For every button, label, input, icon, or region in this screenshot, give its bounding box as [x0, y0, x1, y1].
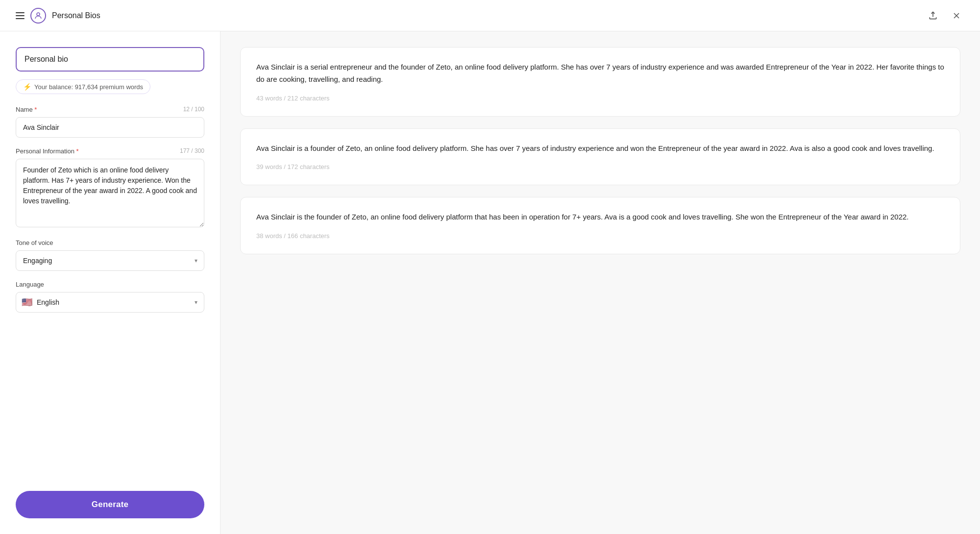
generate-btn-container: Generate — [0, 481, 220, 534]
result-meta-2: 39 words / 172 characters — [256, 163, 330, 170]
personal-info-required: * — [76, 147, 79, 155]
result-text-3: Ava Sinclair is the founder of Zeto, an … — [256, 211, 944, 223]
personal-info-field-group: Personal Information * 177 / 300 Founder… — [16, 147, 204, 229]
result-meta-3: 38 words / 166 characters — [256, 232, 330, 240]
menu-icon[interactable] — [16, 12, 24, 19]
header-right — [925, 8, 964, 24]
app-logo-icon — [30, 8, 46, 24]
name-char-count: 12 / 100 — [183, 106, 204, 113]
name-input[interactable] — [16, 117, 204, 138]
close-icon[interactable] — [949, 8, 964, 24]
language-select-wrapper: 🇺🇸 English Spanish French German Italian… — [16, 292, 204, 313]
balance-text: Your balance: 917,634 premium words — [34, 83, 143, 91]
personal-info-label: Personal Information * — [16, 147, 79, 155]
tone-select-wrapper: Engaging Professional Casual Friendly Fo… — [16, 250, 204, 271]
header-left: Personal Bios — [16, 8, 100, 24]
language-field-group: Language 🇺🇸 English Spanish French Germa… — [16, 281, 204, 313]
personal-info-char-count: 177 / 300 — [180, 147, 204, 155]
name-label: Name * — [16, 106, 37, 113]
tone-label: Tone of voice — [16, 239, 204, 246]
svg-point-0 — [37, 13, 40, 16]
result-card-3: Ava Sinclair is the founder of Zeto, an … — [240, 197, 960, 254]
result-text-2: Ava Sinclair is a founder of Zeto, an on… — [256, 143, 944, 155]
share-icon[interactable] — [925, 8, 941, 24]
language-label: Language — [16, 281, 204, 288]
right-panel: Ava Sinclair is a serial entrepreneur an… — [220, 31, 980, 534]
tone-field-group: Tone of voice Engaging Professional Casu… — [16, 239, 204, 271]
name-required: * — [34, 106, 37, 113]
main-content: ⚡ Your balance: 917,634 premium words Na… — [0, 31, 980, 534]
personal-info-textarea[interactable]: Founder of Zeto which is an online food … — [16, 159, 204, 227]
panel-title-input[interactable] — [16, 47, 204, 72]
left-panel: ⚡ Your balance: 917,634 premium words Na… — [0, 31, 220, 534]
result-card-1: Ava Sinclair is a serial entrepreneur an… — [240, 47, 960, 117]
name-label-row: Name * 12 / 100 — [16, 106, 204, 113]
app-header: Personal Bios — [0, 0, 980, 31]
name-field-group: Name * 12 / 100 — [16, 106, 204, 138]
personal-info-label-row: Personal Information * 177 / 300 — [16, 147, 204, 155]
balance-badge: ⚡ Your balance: 917,634 premium words — [16, 79, 150, 94]
tone-select[interactable]: Engaging Professional Casual Friendly Fo… — [16, 250, 204, 271]
language-select[interactable]: English Spanish French German Italian — [16, 292, 204, 313]
result-text-1: Ava Sinclair is a serial entrepreneur an… — [256, 61, 944, 86]
generate-button[interactable]: Generate — [16, 491, 204, 518]
result-card-2: Ava Sinclair is a founder of Zeto, an on… — [240, 128, 960, 186]
lightning-icon: ⚡ — [23, 83, 31, 91]
app-title: Personal Bios — [52, 11, 100, 20]
result-meta-1: 43 words / 212 characters — [256, 95, 330, 102]
